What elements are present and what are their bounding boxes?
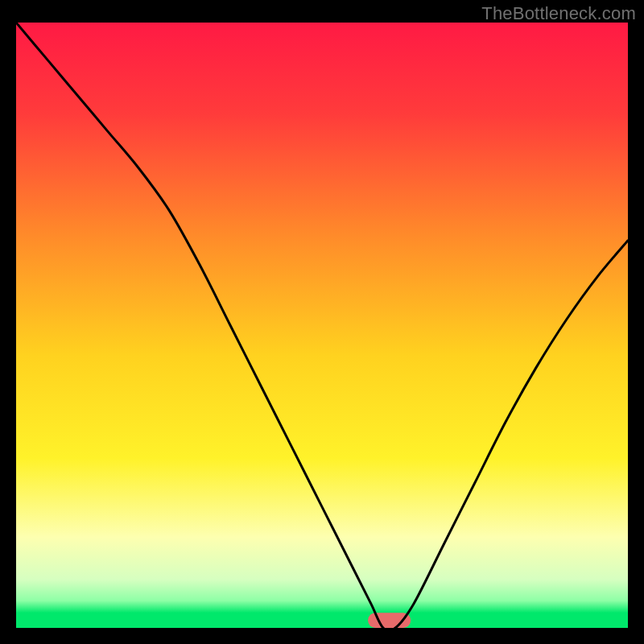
plot-area: [16, 23, 628, 628]
watermark-text: TheBottleneck.com: [481, 3, 636, 24]
bottleneck-chart: [16, 23, 628, 628]
chart-frame: TheBottleneck.com: [0, 0, 644, 644]
optimal-marker: [368, 613, 411, 628]
gradient-background: [16, 23, 628, 628]
